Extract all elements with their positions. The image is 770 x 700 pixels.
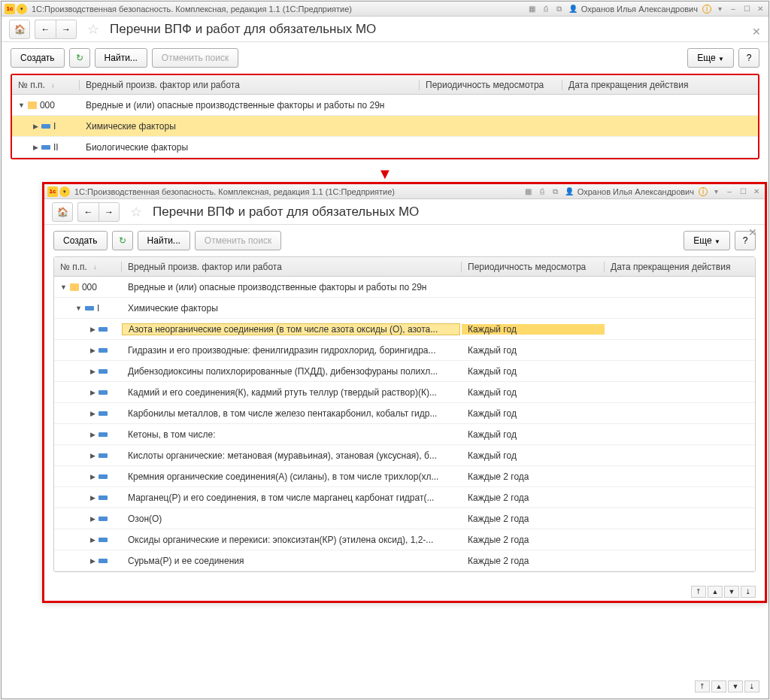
favorite-star-icon[interactable]: ☆ — [87, 21, 99, 38]
nav-up-icon[interactable]: ▲ — [711, 680, 726, 692]
expand-icon[interactable]: ▶ — [90, 410, 95, 417]
app-menu-dropdown-icon[interactable]: ▾ — [59, 186, 70, 197]
cancel-search-button[interactable]: Отменить поиск — [195, 231, 281, 250]
col-end-date[interactable]: Дата прекращения действия — [562, 80, 758, 90]
row-period: Каждый год — [462, 387, 605, 398]
table-row[interactable]: ▶Гидразин и его производные: фенилгидраз… — [54, 340, 755, 361]
expand-icon[interactable]: ▼ — [18, 102, 25, 109]
col-period[interactable]: Периодичность медосмотра — [462, 262, 605, 272]
nav-down-icon[interactable]: ▼ — [724, 586, 739, 598]
col-factor[interactable]: Вредный произв. фактор или работа — [122, 262, 462, 272]
nav-last-icon[interactable]: ⤓ — [744, 680, 759, 692]
row-period: Каждый год — [462, 345, 605, 356]
nav-first-icon[interactable]: ⤒ — [691, 586, 706, 598]
nav-down-icon[interactable]: ▼ — [728, 680, 743, 692]
expand-icon[interactable]: ▼ — [60, 283, 67, 291]
nav-first-icon[interactable]: ⤒ — [695, 680, 710, 692]
table-row[interactable]: ▶Карбонилы металлов, в том числе железо … — [54, 403, 755, 424]
row-period: Каждые 2 года — [462, 556, 605, 566]
nav-last-icon[interactable]: ⤓ — [741, 586, 756, 598]
expand-icon[interactable]: ▼ — [75, 305, 82, 312]
more-button[interactable]: Еще ▼ — [684, 231, 730, 250]
favorite-star-icon[interactable]: ☆ — [130, 204, 142, 220]
table-row[interactable]: ▶Марганец(Р) и его соединения, в том чис… — [54, 487, 755, 508]
table-row[interactable]: ▶Озон(О)Каждые 2 года — [54, 508, 755, 529]
print-icon[interactable]: ⎙ — [537, 186, 547, 197]
help-button[interactable]: ? — [738, 48, 759, 68]
col-num[interactable]: № п.п.↓ — [54, 262, 122, 272]
table-row[interactable]: ▶Кислоты органические: метановая (муравь… — [54, 445, 755, 466]
table-row[interactable]: ▶Оксиды органические и перекиси: эпоксиэ… — [54, 529, 755, 550]
refresh-button[interactable]: ↻ — [69, 48, 90, 68]
expand-icon[interactable]: ▶ — [90, 494, 95, 502]
table-row[interactable]: ▼IХимические факторы — [54, 298, 755, 319]
cancel-search-button[interactable]: Отменить поиск — [152, 48, 238, 68]
close-icon[interactable]: ✕ — [751, 186, 762, 197]
nested-action-bar: Создать ↻ Найти... Отменить поиск Еще ▼ … — [44, 225, 765, 256]
table-row[interactable]: ▶IХимические факторы — [12, 116, 758, 137]
row-name: Вредные и (или) опасные производственные… — [80, 100, 420, 111]
table-row[interactable]: ▼000Вредные и (или) опасные производстве… — [54, 277, 755, 298]
nav-up-icon[interactable]: ▲ — [708, 586, 723, 598]
nested-tab-close-icon[interactable]: ✕ — [748, 226, 757, 238]
expand-icon[interactable]: ▶ — [90, 368, 95, 375]
expand-icon[interactable]: ▶ — [33, 123, 38, 130]
minimize-icon[interactable]: – — [724, 186, 735, 197]
home-button[interactable]: 🏠 — [9, 20, 30, 39]
table-row[interactable]: ▶Азота неорганические соединения (в том … — [54, 319, 755, 340]
expand-icon[interactable]: ▶ — [90, 473, 95, 480]
link-icon[interactable]: ⧉ — [554, 4, 565, 14]
row-name: Кремния органические соединения(А) (сила… — [122, 471, 462, 482]
dropdown-icon[interactable]: ▾ — [714, 4, 725, 14]
maximize-icon[interactable]: ☐ — [741, 4, 752, 14]
print-icon[interactable]: ⎙ — [541, 4, 551, 14]
expand-icon[interactable]: ▶ — [90, 431, 95, 438]
app-title: 1С:Производственная безопасность. Компле… — [32, 5, 527, 14]
table-row[interactable]: ▶Кадмий и его соединения(К), кадмий ртут… — [54, 382, 755, 403]
row-name: Кислоты органические: метановая (муравьи… — [122, 450, 462, 461]
calc-icon[interactable]: ▦ — [523, 186, 534, 197]
dropdown-icon[interactable]: ▾ — [711, 186, 721, 197]
col-period[interactable]: Периодичность медосмотра — [420, 80, 562, 90]
app-menu-dropdown-icon[interactable]: ▾ — [17, 4, 27, 14]
nested-nav-buttons: ⤒ ▲ ▼ ⤓ — [691, 586, 756, 598]
table-row[interactable]: ▶Сурьма(Р) и ее соединенияКаждые 2 года — [54, 550, 755, 571]
table-row[interactable]: ▶Кетоны, в том числе:Каждый год — [54, 424, 755, 445]
expand-icon[interactable]: ▶ — [90, 515, 95, 523]
expand-icon[interactable]: ▶ — [90, 452, 95, 459]
col-num[interactable]: № п.п.↓ — [12, 80, 80, 90]
expand-icon[interactable]: ▶ — [90, 557, 95, 565]
calc-icon[interactable]: ▦ — [527, 4, 538, 14]
expand-icon[interactable]: ▶ — [90, 389, 95, 396]
find-button[interactable]: Найти... — [95, 48, 147, 68]
col-factor[interactable]: Вредный произв. фактор или работа — [80, 80, 420, 90]
row-name: Кадмий и его соединения(К), кадмий ртуть… — [122, 387, 462, 398]
forward-button[interactable]: → — [99, 202, 120, 222]
back-button[interactable]: ← — [77, 202, 99, 222]
home-button[interactable]: 🏠 — [52, 202, 73, 222]
expand-icon[interactable]: ▶ — [90, 536, 95, 544]
create-button[interactable]: Создать — [53, 231, 108, 250]
item-icon — [99, 453, 108, 458]
more-button[interactable]: Еще ▼ — [687, 48, 734, 68]
back-button[interactable]: ← — [35, 20, 56, 39]
forward-button[interactable]: → — [56, 20, 77, 39]
create-button[interactable]: Создать — [11, 48, 65, 68]
expand-icon[interactable]: ▶ — [90, 347, 95, 354]
expand-icon[interactable]: ▶ — [33, 144, 38, 151]
maximize-icon[interactable]: ☐ — [738, 186, 748, 197]
link-icon[interactable]: ⧉ — [550, 186, 561, 197]
expand-icon[interactable]: ▶ — [90, 326, 95, 333]
find-button[interactable]: Найти... — [138, 231, 190, 250]
info-icon[interactable]: i — [702, 5, 711, 14]
close-icon[interactable]: ✕ — [755, 4, 765, 14]
tab-close-icon[interactable]: ✕ — [752, 26, 761, 38]
refresh-button[interactable]: ↻ — [112, 231, 133, 250]
table-row[interactable]: ▼000Вредные и (или) опасные производстве… — [12, 95, 758, 116]
table-row[interactable]: ▶IIБиологические факторы — [12, 137, 758, 158]
col-end-date[interactable]: Дата прекращения действия — [605, 262, 755, 272]
info-icon[interactable]: i — [699, 187, 708, 196]
minimize-icon[interactable]: – — [728, 4, 738, 14]
table-row[interactable]: ▶Кремния органические соединения(А) (сил… — [54, 466, 755, 487]
table-row[interactable]: ▶Дибензодиоксины полихлорированные (ПХДД… — [54, 361, 755, 382]
